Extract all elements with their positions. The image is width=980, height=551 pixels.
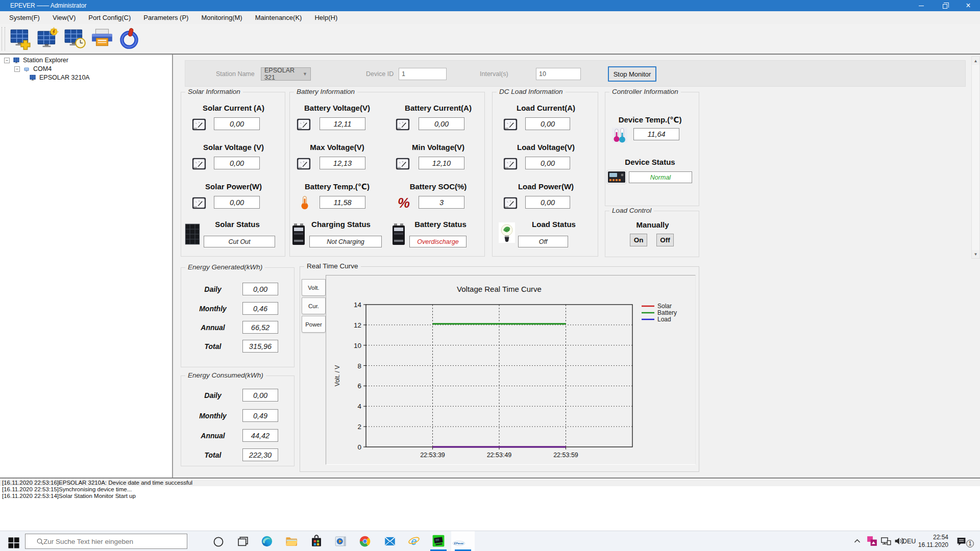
taskbar-epever-window[interactable]: EPever: [451, 531, 475, 551]
notification-center[interactable]: [955, 536, 967, 547]
station-name-value: EPSOLAR 321: [264, 67, 303, 81]
load-power-value: 0,00: [525, 196, 570, 209]
dc-load-information-group: DC Load Information Load Current(A) 0,00…: [492, 92, 598, 257]
epever-logo-icon: EPever: [452, 537, 474, 545]
tab-cur[interactable]: Cur.: [302, 297, 326, 314]
interval-label: Interval(s): [480, 70, 508, 78]
menu-monitoring[interactable]: Monitoring(M): [195, 12, 248, 23]
clock-time: 22:54: [918, 534, 948, 541]
taskbar-epever-monitor[interactable]: [427, 531, 450, 551]
field-label: Solar Power(W): [186, 182, 281, 191]
menu-port-config[interactable]: Port Config(C): [82, 12, 137, 23]
solar-current-value: 0,00: [214, 117, 260, 130]
row-label: Monthly: [192, 412, 233, 420]
svg-text:12: 12: [354, 321, 361, 329]
field-label: Solar Voltage (V): [186, 143, 281, 152]
group-title: Controller Information: [609, 88, 681, 95]
tree-item-epsolar-3210a[interactable]: EPSOLAR 3210A: [29, 73, 90, 82]
taskbar-store[interactable]: [304, 531, 328, 551]
controller-icon: [606, 170, 627, 184]
close-button[interactable]: ×: [957, 0, 980, 11]
load-off-button[interactable]: Off: [656, 234, 674, 246]
restore-button[interactable]: [933, 0, 957, 11]
cons-total-value: 222,30: [242, 448, 278, 461]
notification-badge: 1: [966, 540, 974, 547]
solar-panel-icon: [184, 223, 201, 245]
taskbar-media-player[interactable]: [329, 531, 352, 551]
print-button[interactable]: [90, 27, 114, 51]
scroll-up-icon[interactable]: ▲: [972, 57, 979, 65]
tree-item-com4[interactable]: − COM4: [14, 65, 52, 73]
expander-icon[interactable]: −: [4, 58, 10, 63]
gauge-icon: [191, 195, 207, 211]
solar-power-value: 0,00: [214, 196, 260, 209]
field-label: Load Current(A): [499, 104, 593, 112]
field-label: Charging Status: [300, 220, 382, 229]
tree-item-station-explorer[interactable]: − Station Explorer: [4, 56, 68, 64]
time-sync-button[interactable]: [63, 27, 87, 51]
clock-date: 16.11.2020: [918, 541, 948, 549]
load-voltage-value: 0,00: [525, 157, 570, 169]
notification-icon: [955, 536, 967, 547]
max-voltage-value: 12,13: [320, 157, 365, 169]
gauge-icon: [296, 117, 311, 132]
field-label: Load Status: [513, 220, 595, 229]
row-label: Daily: [192, 285, 233, 293]
group-title: Energy Consumed(kWh): [185, 371, 266, 379]
solar-sun-icon: [36, 27, 60, 51]
scroll-down-icon[interactable]: ▼: [972, 250, 979, 258]
minimize-button[interactable]: [910, 0, 933, 11]
svg-text:Solar: Solar: [657, 303, 672, 310]
manually-label: Manually: [610, 220, 695, 229]
stop-monitor-button[interactable]: Stop Monitor: [608, 66, 656, 82]
expander-icon[interactable]: −: [14, 66, 20, 72]
interval-input[interactable]: [536, 68, 581, 80]
tab-power[interactable]: Power: [302, 316, 326, 333]
gauge-icon: [191, 156, 207, 171]
gen-total-value: 315,96: [242, 340, 278, 353]
tray-network[interactable]: [880, 535, 892, 547]
vertical-scrollbar[interactable]: ▲ ▼: [971, 56, 980, 259]
taskbar-task-view[interactable]: [231, 531, 254, 551]
tray-chevron[interactable]: [851, 535, 863, 547]
language-indicator[interactable]: DEU: [902, 538, 918, 545]
gauge-icon: [191, 117, 207, 132]
load-on-button[interactable]: On: [630, 234, 647, 246]
taskbar-search[interactable]: [25, 534, 187, 549]
station-name-select[interactable]: EPSOLAR 321 ▼: [261, 67, 311, 81]
ie-icon: e: [407, 535, 421, 548]
row-label: Annual: [192, 432, 233, 440]
solar-panel-icon: [29, 74, 37, 81]
tab-volt[interactable]: Volt.: [302, 279, 326, 296]
menu-system[interactable]: System(F): [3, 12, 46, 23]
battery-voltage-value: 12,11: [320, 117, 365, 130]
exit-button[interactable]: [117, 27, 141, 51]
menu-view[interactable]: View(V): [46, 12, 82, 23]
row-label: Annual: [192, 323, 233, 332]
title-bar[interactable]: EPEVER —— Administrator ×: [0, 0, 980, 11]
start-button[interactable]: [0, 531, 23, 551]
taskbar-cortana[interactable]: [206, 531, 230, 551]
gauge-icon: [503, 195, 518, 211]
device-id-input[interactable]: [399, 68, 447, 80]
tray-app[interactable]: [866, 535, 878, 547]
menu-maintenance[interactable]: Maintenance(K): [249, 12, 308, 23]
gauge-icon: [503, 117, 518, 132]
taskbar-edge[interactable]: [255, 531, 279, 551]
taskbar-internet-explorer[interactable]: e: [402, 531, 426, 551]
field-label: Battery Current(A): [391, 104, 485, 112]
restore-icon: [943, 4, 947, 9]
taskbar-chrome[interactable]: [353, 531, 377, 551]
add-station-button[interactable]: [9, 27, 33, 51]
solar-station-button[interactable]: [36, 27, 60, 51]
taskbar-clock[interactable]: 22:54 16.11.2020: [918, 534, 948, 549]
menu-help[interactable]: Help(H): [308, 12, 344, 23]
menu-parameters[interactable]: Parameters (P): [137, 12, 194, 23]
field-label: Load Power(W): [499, 182, 593, 191]
svg-text:22:53:39: 22:53:39: [420, 452, 445, 459]
search-input[interactable]: [43, 538, 187, 545]
taskbar-file-explorer[interactable]: [280, 531, 303, 551]
taskbar: e EPever DEU 22:54 16.11.2020: [0, 531, 980, 551]
taskbar-mail[interactable]: [378, 531, 401, 551]
tray-chevron-icon: [851, 535, 863, 547]
